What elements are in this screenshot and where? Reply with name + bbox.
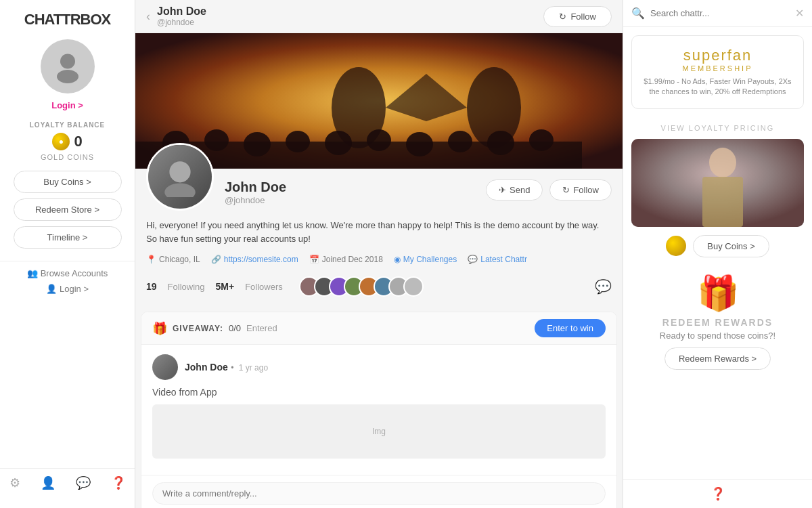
main-content: ‹ John Doe @johndoe ↻ Follow <box>135 0 623 508</box>
follow-button-main[interactable]: ↻ Follow <box>549 179 612 200</box>
buy-coins-button[interactable]: Buy Coins > <box>14 171 122 193</box>
profile-top-bar: ‹ John Doe @johndoe ↻ Follow <box>135 0 623 33</box>
profile-bio: Hi, everyone! If you need anything let u… <box>135 219 623 252</box>
logo-box: BOX <box>81 11 111 28</box>
search-icon: 🔍 <box>631 7 645 20</box>
login-link[interactable]: Login > <box>51 100 83 110</box>
website-link[interactable]: https://somesite.com <box>224 255 298 264</box>
location-icon: 📍 <box>146 255 156 264</box>
following-label: Following <box>168 282 205 292</box>
profile-name-small: John Doe <box>157 5 206 18</box>
chat-bottom-icon[interactable]: 💬 <box>76 475 91 490</box>
giveaway-bar: 🎁 GIVEAWAY: 0/0 Entered Enter to win <box>141 312 616 345</box>
svg-point-16 <box>529 129 554 151</box>
help-icon-right[interactable]: ❓ <box>710 486 725 501</box>
giveaway-count: 0/0 <box>229 323 241 333</box>
svg-point-20 <box>709 148 736 177</box>
redeem-desc: Ready to spend those coins?! <box>631 331 804 341</box>
post-body: John Doe • 1 yr ago Video from App Img <box>141 345 616 475</box>
profile-stats: 19 Following 5M+ Followers 💬 <box>135 271 623 305</box>
logo-chattr: CHATTR <box>24 11 81 28</box>
svg-point-18 <box>164 184 196 197</box>
follower-avatars <box>299 276 424 297</box>
profile-name-top: John Doe @johndoe <box>157 5 206 27</box>
latest-chattr-link[interactable]: Latest Chattr <box>480 255 527 264</box>
sidebar-divider <box>0 261 135 261</box>
profile-full-name: John Doe <box>225 179 475 195</box>
comment-row <box>141 475 616 508</box>
followers-count: 5M+ <box>216 281 235 292</box>
svg-point-14 <box>448 131 472 152</box>
redeem-title: REDEEM REWARDS <box>631 317 804 328</box>
send-button[interactable]: ✈ Send <box>486 179 543 200</box>
coin-amount: 0 <box>74 133 82 150</box>
calendar-icon: 📅 <box>309 255 319 264</box>
right-sidebar: 🔍 ✕ superfan MEMBERSHIP $1.99/mo - No Ad… <box>623 0 812 508</box>
buy-coins-row: Buy Coins > <box>623 227 812 266</box>
post-container: 🎁 GIVEAWAY: 0/0 Entered Enter to win Joh… <box>141 312 617 508</box>
profile-info-bar: John Doe @johndoe ✈ Send ↻ Follow <box>135 169 623 219</box>
post-time: 1 yr ago <box>239 363 268 373</box>
timeline-button[interactable]: Timeline > <box>14 226 122 249</box>
challenges-icon: ◉ <box>394 255 401 264</box>
browse-accounts-link[interactable]: 👥 Browse Accounts <box>27 268 108 278</box>
giveaway-label: GIVEAWAY: <box>173 324 223 333</box>
challenges-link[interactable]: My Challenges <box>403 255 457 264</box>
back-button[interactable]: ‹ <box>146 9 150 24</box>
post-user-row: John Doe • 1 yr ago <box>152 354 606 380</box>
loyalty-balance-label: LOYALTY BALANCE <box>30 121 106 129</box>
gift-icon: 🎁 <box>631 274 804 313</box>
profile-handle-small: @johndoe <box>157 18 206 27</box>
followers-label: Followers <box>245 282 283 292</box>
post-author-name: John Doe <box>185 362 228 373</box>
chattr-icon: 💬 <box>468 255 478 264</box>
chat-bubble-icon[interactable]: 💬 <box>595 278 612 295</box>
follow-button-top[interactable]: ↻ Follow <box>543 6 612 27</box>
user-avatar <box>41 39 95 93</box>
enter-to-win-button[interactable]: Enter to win <box>535 319 606 337</box>
comment-input[interactable] <box>152 482 606 505</box>
profile-meta: 📍 Chicago, IL 🔗 https://somesite.com 📅 J… <box>135 252 623 271</box>
profile-name-block: John Doe @johndoe <box>225 177 475 211</box>
svg-point-13 <box>406 132 433 156</box>
redeem-rewards-button[interactable]: Redeem Rewards > <box>664 347 771 370</box>
view-loyalty-pricing[interactable]: VIEW LOYALTY PRICING <box>623 117 812 139</box>
sidebar-login-link[interactable]: 👤 Login > <box>46 284 89 294</box>
location-meta: 📍 Chicago, IL <box>146 255 200 264</box>
following-count: 19 <box>146 281 157 292</box>
settings-icon[interactable]: ⚙ <box>9 475 20 490</box>
website-meta[interactable]: 🔗 https://somesite.com <box>211 255 298 264</box>
left-sidebar: CHATTRBOX Login > LOYALTY BALANCE ● 0 GO… <box>0 0 135 508</box>
follow-icon-top: ↻ <box>559 12 566 22</box>
post-dot: • <box>231 363 236 373</box>
svg-point-1 <box>57 70 78 83</box>
clear-icon[interactable]: ✕ <box>795 7 804 20</box>
svg-point-8 <box>204 129 229 151</box>
latest-chattr-meta[interactable]: 💬 Latest Chattr <box>468 255 527 264</box>
svg-point-10 <box>286 131 310 152</box>
giveaway-icon: 🎁 <box>152 321 167 336</box>
redeem-section: 🎁 REDEEM REWARDS Ready to spend those co… <box>623 266 812 378</box>
search-input[interactable] <box>650 8 790 18</box>
superfan-card: superfan MEMBERSHIP $1.99/mo - No Ads, F… <box>631 35 804 109</box>
challenges-meta[interactable]: ◉ My Challenges <box>394 255 457 264</box>
gold-coins-label: GOLD COINS <box>41 153 94 161</box>
redeem-store-button[interactable]: Redeem Store > <box>14 198 122 221</box>
buy-coins-button-right[interactable]: Buy Coins > <box>693 235 769 257</box>
giveaway-entered: Entered <box>246 323 277 333</box>
svg-point-0 <box>60 54 75 69</box>
loyalty-promo-inner <box>631 139 804 227</box>
superfan-title: superfan <box>643 47 792 64</box>
follower-avatar-8 <box>403 276 424 297</box>
send-icon: ✈ <box>499 185 506 195</box>
profile-handle: @johndoe <box>225 195 475 205</box>
follow-icon-main: ↻ <box>562 185 570 195</box>
svg-point-11 <box>325 131 352 155</box>
coin-icon: ● <box>52 133 70 150</box>
link-icon: 🔗 <box>211 255 221 264</box>
svg-rect-21 <box>702 177 743 227</box>
help-bottom-icon[interactable]: ❓ <box>111 475 126 490</box>
buy-coins-coin-icon <box>666 236 686 256</box>
user-bottom-icon[interactable]: 👤 <box>41 475 55 490</box>
profile-actions: ✈ Send ↻ Follow <box>486 177 612 200</box>
